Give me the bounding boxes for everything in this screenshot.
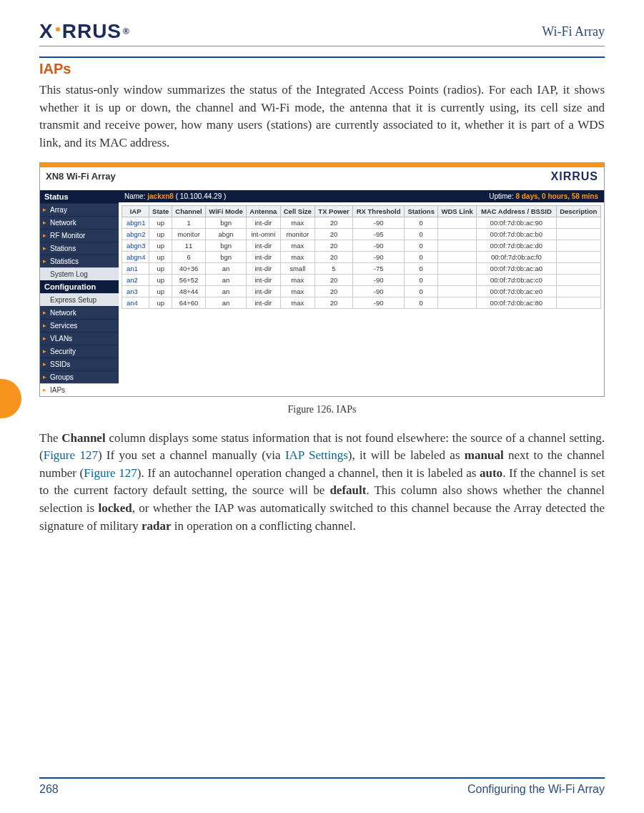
table-cell — [438, 274, 477, 285]
link-fig127-b[interactable]: Figure 127 — [84, 466, 137, 480]
ui-window-title: XN8 Wi-Fi Array — [46, 171, 116, 182]
sidebar-item[interactable]: VLANs — [40, 332, 119, 345]
sidebar-item[interactable]: Groups — [40, 370, 119, 383]
table-header: TX Power — [315, 205, 353, 217]
table-cell — [438, 228, 477, 240]
uptime-value: 8 days, 0 hours, 58 mins — [515, 192, 598, 200]
table-cell — [556, 228, 600, 240]
iap-table: IAPStateChannelWiFi ModeAntennaCell Size… — [122, 205, 601, 309]
table-cell: abgn3 — [122, 240, 149, 251]
intro-paragraph: This status-only window summarizes the s… — [39, 82, 605, 152]
table-cell: 20 — [315, 228, 353, 240]
table-cell: an — [205, 285, 246, 297]
table-header: Description — [556, 205, 600, 217]
sidebar-item[interactable]: Security — [40, 345, 119, 358]
table-cell: -75 — [352, 262, 404, 274]
table-cell: max — [280, 274, 314, 285]
sidebar-item[interactable]: Array — [40, 203, 119, 216]
ui-name-label: Name: jackxn8 ( 10.100.44.29 ) — [124, 192, 226, 200]
table-cell: -90 — [352, 217, 404, 228]
table-cell: 20 — [315, 251, 353, 262]
p2-b6: radar — [142, 519, 172, 533]
table-header: WDS Link — [438, 205, 477, 217]
link-iap-settings[interactable]: IAP Settings — [285, 448, 348, 462]
sidebar-item[interactable]: Services — [40, 319, 119, 332]
table-cell — [556, 297, 600, 308]
table-cell — [556, 217, 600, 228]
sidebar-item[interactable]: RF Monitor — [40, 229, 119, 242]
table-cell: an1 — [122, 262, 149, 274]
sidebar-item[interactable]: Network — [40, 216, 119, 229]
figure-caption: Figure 126. IAPs — [39, 404, 605, 415]
sidebar-item[interactable]: Stations — [40, 242, 119, 255]
table-cell — [556, 274, 600, 285]
ui-uptime-label: Uptime: 8 days, 0 hours, 58 mins — [489, 192, 598, 200]
sidebar-item[interactable]: SSIDs — [40, 358, 119, 370]
table-cell: up — [149, 297, 172, 308]
sidebar-item[interactable]: Statistics — [40, 255, 119, 267]
footer-section: Configuring the Wi-Fi Array — [467, 783, 605, 796]
table-cell: up — [149, 240, 172, 251]
table-row: abgn3up11bgnint-dirmax20-90000:0f:7d:0b:… — [122, 240, 601, 251]
table-header: State — [149, 205, 172, 217]
table-cell: 56+52 — [172, 274, 206, 285]
table-cell: 11 — [172, 240, 206, 251]
link-fig127-a[interactable]: Figure 127 — [44, 448, 98, 462]
table-cell: int-dir — [247, 240, 280, 251]
table-cell: 20 — [315, 274, 353, 285]
table-row: an4up64+60anint-dirmax20-90000:0f:7d:0b:… — [122, 297, 601, 308]
table-cell: int-dir — [247, 274, 280, 285]
table-row: abgn4up6bgnint-dirmax20-90000:0f:7d:0b:a… — [122, 251, 601, 262]
table-cell: 0 — [405, 240, 438, 251]
table-row: an1up40+36anint-dirsmall5-75000:0f:7d:0b… — [122, 262, 601, 274]
table-cell: 00:0f:7d:0b:ac:e0 — [477, 285, 556, 297]
p2-b3: auto — [480, 466, 502, 480]
table-cell: -90 — [352, 285, 404, 297]
table-cell: abgn1 — [122, 217, 149, 228]
table-cell: bgn — [205, 217, 246, 228]
table-cell: max — [280, 285, 314, 297]
table-cell: up — [149, 262, 172, 274]
table-cell — [438, 297, 477, 308]
name-label-text: Name: — [124, 192, 147, 200]
table-cell: 00:0f:7d:0b:ac:a0 — [477, 262, 556, 274]
table-header: Stations — [405, 205, 438, 217]
table-cell: 20 — [315, 217, 353, 228]
sidebar-sub-systemlog[interactable]: System Log — [40, 267, 119, 280]
table-header: Cell Size — [280, 205, 314, 217]
table-cell: 0 — [405, 262, 438, 274]
table-cell: int-dir — [247, 297, 280, 308]
sidebar-sub-express[interactable]: Express Setup — [40, 293, 119, 306]
table-cell: int-dir — [247, 285, 280, 297]
table-cell: an3 — [122, 285, 149, 297]
table-cell: an — [205, 262, 246, 274]
table-cell: int-omni — [247, 228, 280, 240]
section-heading: IAPs — [39, 56, 605, 77]
sidebar-item[interactable]: Network — [40, 306, 119, 319]
page-number: 268 — [39, 783, 59, 796]
table-cell — [556, 285, 600, 297]
table-cell: an — [205, 297, 246, 308]
table-cell: 20 — [315, 297, 353, 308]
ui-sidebar: Status ArrayNetworkRF MonitorStationsSta… — [40, 190, 119, 396]
p2-b2: manual — [465, 448, 504, 462]
table-cell: 20 — [315, 285, 353, 297]
table-cell: int-dir — [247, 217, 280, 228]
table-cell: 0 — [405, 274, 438, 285]
table-header: MAC Address / BSSID — [477, 205, 556, 217]
p2-b1: Channel — [61, 431, 105, 445]
p2-t10: in operation on a conflicting channel. — [172, 519, 356, 533]
table-cell: 00:0f:7d:0b:ac:b0 — [477, 228, 556, 240]
sidebar-item-iaps[interactable]: IAPs — [40, 383, 119, 396]
table-cell: 48+44 — [172, 285, 206, 297]
table-cell: up — [149, 285, 172, 297]
table-cell: 00:0f:7d:0b:ac:f0 — [477, 251, 556, 262]
p2-t6: ). If an autochannel operation changed a… — [137, 466, 480, 480]
table-cell: -90 — [352, 251, 404, 262]
sidebar-head-status: Status — [40, 190, 119, 203]
table-cell: up — [149, 251, 172, 262]
p2-t3: ) If you set a channel manually (via — [98, 448, 285, 462]
ui-status-bar: Name: jackxn8 ( 10.100.44.29 ) Uptime: 8… — [119, 190, 604, 202]
table-header: Antenna — [247, 205, 280, 217]
table-cell: -90 — [352, 240, 404, 251]
